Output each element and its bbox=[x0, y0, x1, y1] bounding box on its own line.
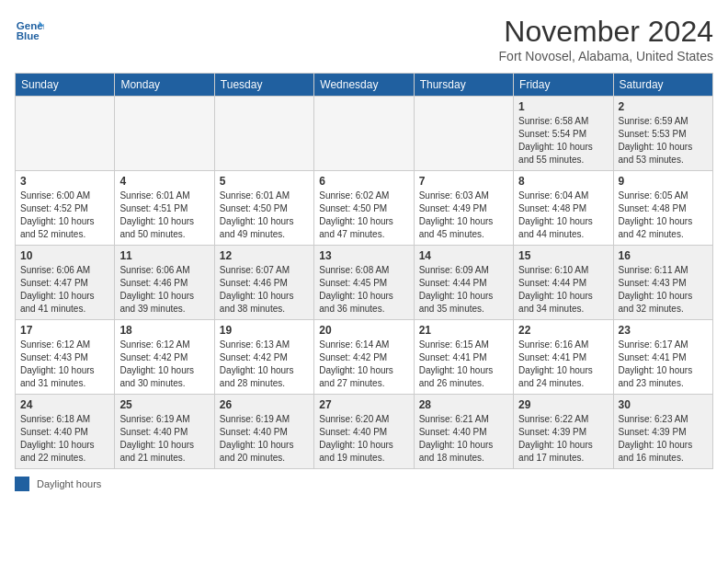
calendar-cell: 19Sunrise: 6:13 AM Sunset: 4:42 PM Dayli… bbox=[214, 320, 313, 395]
day-info: Sunrise: 6:05 AM Sunset: 4:48 PM Dayligh… bbox=[619, 190, 708, 241]
day-info: Sunrise: 6:18 AM Sunset: 4:40 PM Dayligh… bbox=[20, 413, 109, 465]
day-number: 17 bbox=[20, 324, 109, 337]
day-number: 1 bbox=[518, 100, 608, 113]
day-number: 16 bbox=[619, 249, 708, 262]
day-info: Sunrise: 6:11 AM Sunset: 4:43 PM Dayligh… bbox=[619, 264, 708, 316]
calendar-cell bbox=[16, 97, 115, 171]
legend-color-box bbox=[15, 477, 29, 491]
day-info: Sunrise: 6:23 AM Sunset: 4:39 PM Dayligh… bbox=[619, 413, 708, 465]
day-info: Sunrise: 6:02 AM Sunset: 4:50 PM Dayligh… bbox=[319, 190, 408, 241]
calendar-cell: 28Sunrise: 6:21 AM Sunset: 4:40 PM Dayli… bbox=[414, 395, 513, 469]
calendar-header-tuesday: Tuesday bbox=[214, 74, 313, 97]
day-info: Sunrise: 6:15 AM Sunset: 4:41 PM Dayligh… bbox=[419, 339, 508, 390]
calendar-cell: 24Sunrise: 6:18 AM Sunset: 4:40 PM Dayli… bbox=[16, 395, 115, 469]
calendar-cell bbox=[115, 97, 214, 171]
day-number: 23 bbox=[619, 324, 708, 337]
calendar-header-monday: Monday bbox=[115, 74, 214, 97]
logo: General Blue bbox=[15, 15, 44, 44]
day-number: 22 bbox=[518, 324, 608, 337]
calendar-cell: 29Sunrise: 6:22 AM Sunset: 4:39 PM Dayli… bbox=[514, 395, 613, 469]
calendar-cell: 23Sunrise: 6:17 AM Sunset: 4:41 PM Dayli… bbox=[613, 320, 712, 395]
calendar-week-row: 10Sunrise: 6:06 AM Sunset: 4:47 PM Dayli… bbox=[16, 246, 713, 320]
day-info: Sunrise: 6:19 AM Sunset: 4:40 PM Dayligh… bbox=[119, 413, 209, 465]
calendar-week-row: 17Sunrise: 6:12 AM Sunset: 4:43 PM Dayli… bbox=[16, 320, 713, 395]
day-info: Sunrise: 6:59 AM Sunset: 5:53 PM Dayligh… bbox=[619, 115, 708, 167]
day-info: Sunrise: 6:03 AM Sunset: 4:49 PM Dayligh… bbox=[419, 190, 508, 241]
day-number: 26 bbox=[220, 398, 309, 411]
calendar-header-wednesday: Wednesday bbox=[314, 74, 414, 97]
calendar-header-friday: Friday bbox=[514, 74, 613, 97]
day-number: 15 bbox=[518, 249, 608, 262]
day-info: Sunrise: 6:10 AM Sunset: 4:44 PM Dayligh… bbox=[518, 264, 608, 316]
day-info: Sunrise: 6:01 AM Sunset: 4:51 PM Dayligh… bbox=[119, 190, 209, 241]
calendar-cell bbox=[414, 97, 513, 171]
day-number: 18 bbox=[119, 324, 209, 337]
calendar-cell: 13Sunrise: 6:08 AM Sunset: 4:45 PM Dayli… bbox=[314, 246, 414, 320]
day-number: 20 bbox=[319, 324, 408, 337]
calendar-cell: 4Sunrise: 6:01 AM Sunset: 4:51 PM Daylig… bbox=[115, 171, 214, 246]
calendar-cell: 25Sunrise: 6:19 AM Sunset: 4:40 PM Dayli… bbox=[115, 395, 214, 469]
calendar-header-row: SundayMondayTuesdayWednesdayThursdayFrid… bbox=[16, 74, 713, 97]
svg-text:Blue: Blue bbox=[17, 30, 40, 41]
day-info: Sunrise: 6:00 AM Sunset: 4:52 PM Dayligh… bbox=[20, 190, 109, 241]
day-info: Sunrise: 6:22 AM Sunset: 4:39 PM Dayligh… bbox=[518, 413, 608, 465]
calendar-cell: 16Sunrise: 6:11 AM Sunset: 4:43 PM Dayli… bbox=[613, 246, 712, 320]
calendar-header-saturday: Saturday bbox=[613, 74, 712, 97]
calendar-cell: 30Sunrise: 6:23 AM Sunset: 4:39 PM Dayli… bbox=[613, 395, 712, 469]
calendar-cell: 1Sunrise: 6:58 AM Sunset: 5:54 PM Daylig… bbox=[514, 97, 613, 171]
calendar-cell: 20Sunrise: 6:14 AM Sunset: 4:42 PM Dayli… bbox=[314, 320, 414, 395]
day-number: 11 bbox=[119, 249, 209, 262]
day-number: 19 bbox=[220, 324, 309, 337]
day-number: 10 bbox=[20, 249, 109, 262]
day-info: Sunrise: 6:01 AM Sunset: 4:50 PM Dayligh… bbox=[220, 190, 309, 241]
calendar-cell bbox=[314, 97, 414, 171]
day-info: Sunrise: 6:13 AM Sunset: 4:42 PM Dayligh… bbox=[220, 339, 309, 390]
page-header: General Blue November 2024 Fort Novosel,… bbox=[15, 15, 713, 63]
calendar-cell: 17Sunrise: 6:12 AM Sunset: 4:43 PM Dayli… bbox=[16, 320, 115, 395]
title-block: November 2024 Fort Novosel, Alabama, Uni… bbox=[499, 15, 713, 63]
day-info: Sunrise: 6:06 AM Sunset: 4:47 PM Dayligh… bbox=[20, 264, 109, 316]
day-number: 29 bbox=[518, 398, 608, 411]
calendar-cell: 22Sunrise: 6:16 AM Sunset: 4:41 PM Dayli… bbox=[514, 320, 613, 395]
calendar-cell: 6Sunrise: 6:02 AM Sunset: 4:50 PM Daylig… bbox=[314, 171, 414, 246]
calendar-cell: 9Sunrise: 6:05 AM Sunset: 4:48 PM Daylig… bbox=[613, 171, 712, 246]
day-number: 25 bbox=[119, 398, 209, 411]
day-number: 27 bbox=[319, 398, 408, 411]
calendar-header-thursday: Thursday bbox=[414, 74, 513, 97]
day-number: 3 bbox=[20, 175, 109, 188]
day-number: 4 bbox=[119, 175, 209, 188]
calendar-cell: 18Sunrise: 6:12 AM Sunset: 4:42 PM Dayli… bbox=[115, 320, 214, 395]
calendar-cell: 26Sunrise: 6:19 AM Sunset: 4:40 PM Dayli… bbox=[214, 395, 313, 469]
calendar-week-row: 24Sunrise: 6:18 AM Sunset: 4:40 PM Dayli… bbox=[16, 395, 713, 469]
calendar-cell: 7Sunrise: 6:03 AM Sunset: 4:49 PM Daylig… bbox=[414, 171, 513, 246]
logo-icon: General Blue bbox=[15, 15, 44, 44]
day-info: Sunrise: 6:14 AM Sunset: 4:42 PM Dayligh… bbox=[319, 339, 408, 390]
day-number: 2 bbox=[619, 100, 708, 113]
day-info: Sunrise: 6:19 AM Sunset: 4:40 PM Dayligh… bbox=[220, 413, 309, 465]
calendar-cell bbox=[214, 97, 313, 171]
day-number: 8 bbox=[518, 175, 608, 188]
calendar-week-row: 3Sunrise: 6:00 AM Sunset: 4:52 PM Daylig… bbox=[16, 171, 713, 246]
day-number: 14 bbox=[419, 249, 508, 262]
day-number: 7 bbox=[419, 175, 508, 188]
day-info: Sunrise: 6:20 AM Sunset: 4:40 PM Dayligh… bbox=[319, 413, 408, 465]
day-number: 5 bbox=[220, 175, 309, 188]
day-info: Sunrise: 6:12 AM Sunset: 4:42 PM Dayligh… bbox=[119, 339, 209, 390]
month-title: November 2024 bbox=[499, 15, 713, 49]
day-number: 21 bbox=[419, 324, 508, 337]
calendar-table: SundayMondayTuesdayWednesdayThursdayFrid… bbox=[15, 73, 713, 469]
day-info: Sunrise: 6:12 AM Sunset: 4:43 PM Dayligh… bbox=[20, 339, 109, 390]
day-info: Sunrise: 6:04 AM Sunset: 4:48 PM Dayligh… bbox=[518, 190, 608, 241]
calendar-cell: 8Sunrise: 6:04 AM Sunset: 4:48 PM Daylig… bbox=[514, 171, 613, 246]
calendar-cell: 12Sunrise: 6:07 AM Sunset: 4:46 PM Dayli… bbox=[214, 246, 313, 320]
day-number: 9 bbox=[619, 175, 708, 188]
day-number: 28 bbox=[419, 398, 508, 411]
day-info: Sunrise: 6:17 AM Sunset: 4:41 PM Dayligh… bbox=[619, 339, 708, 390]
calendar-cell: 21Sunrise: 6:15 AM Sunset: 4:41 PM Dayli… bbox=[414, 320, 513, 395]
calendar-cell: 15Sunrise: 6:10 AM Sunset: 4:44 PM Dayli… bbox=[514, 246, 613, 320]
calendar-cell: 27Sunrise: 6:20 AM Sunset: 4:40 PM Dayli… bbox=[314, 395, 414, 469]
day-info: Sunrise: 6:09 AM Sunset: 4:44 PM Dayligh… bbox=[419, 264, 508, 316]
day-number: 30 bbox=[619, 398, 708, 411]
calendar-cell: 14Sunrise: 6:09 AM Sunset: 4:44 PM Dayli… bbox=[414, 246, 513, 320]
calendar-header-sunday: Sunday bbox=[16, 74, 115, 97]
